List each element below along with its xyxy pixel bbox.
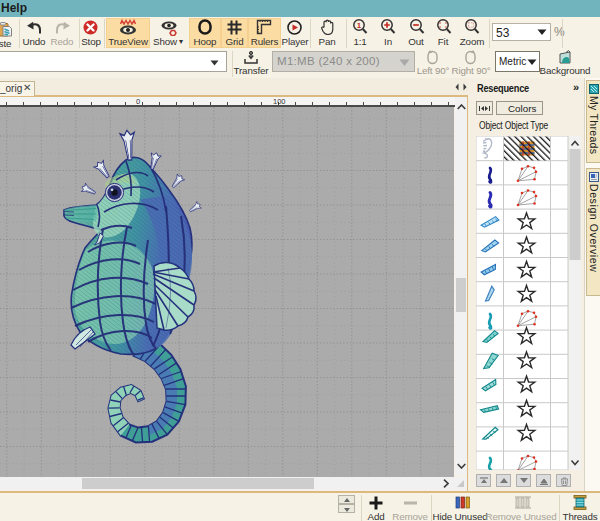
svg-text:1: 1 [357,21,362,30]
